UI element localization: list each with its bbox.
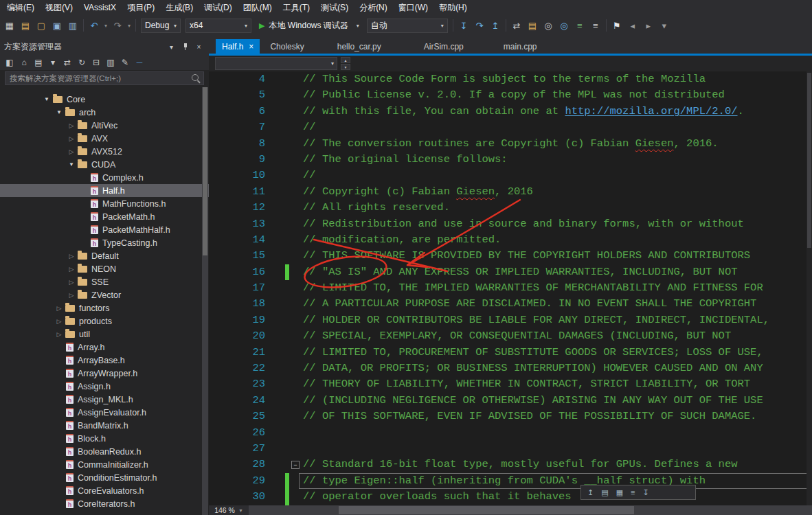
comment-selection-icon[interactable]: ≡ <box>572 18 587 33</box>
switch-views-icon[interactable]: ▤ <box>32 56 45 69</box>
properties-icon[interactable]: ✎ <box>118 56 132 69</box>
popup-down-icon[interactable]: ↧ <box>642 488 649 497</box>
inline-toolbar-popup[interactable]: ↥▤▦≡↧ <box>580 485 696 500</box>
tab-main-cpp[interactable]: main.cpp <box>497 39 543 54</box>
tree-scrollbar[interactable] <box>202 87 208 515</box>
search-input[interactable] <box>5 71 204 85</box>
tree-item-bandmatrix-h[interactable]: hBandMatrix.h <box>0 419 209 432</box>
popup-docs-icon[interactable]: ▦ <box>616 488 623 497</box>
back-icon[interactable]: ◧ <box>3 56 16 69</box>
tree-expander-icon[interactable]: ▷ <box>66 266 77 273</box>
step-over-icon[interactable]: ↷ <box>472 18 487 33</box>
solution-platform-combo[interactable]: x64▾ <box>185 19 251 33</box>
tree-item-commainitializer-h[interactable]: hCommaInitializer.h <box>0 458 209 471</box>
tree-item-neon[interactable]: ▷NEON <box>0 262 209 275</box>
tree-item-avx512[interactable]: ▷AVX512 <box>0 145 209 158</box>
menu-item-v[interactable]: 视图(V) <box>40 0 78 16</box>
solution-tree[interactable]: ▼Core▼arch▷AltiVec▷AVX▷AVX512▼CUDAhCompl… <box>0 87 209 515</box>
tree-expander-icon[interactable]: ▷ <box>66 135 77 142</box>
solution-config-combo[interactable]: Debug▾ <box>141 19 181 33</box>
tree-expander-icon[interactable]: ▼ <box>66 161 77 168</box>
editor-vertical-scrollbar[interactable] <box>807 71 812 505</box>
menu-item-m[interactable]: 团队(M) <box>238 0 278 16</box>
refresh-icon[interactable]: ↻ <box>75 56 89 69</box>
tree-item-mathfunctions-h[interactable]: hMathFunctions.h <box>0 197 209 210</box>
popup-doc-icon[interactable]: ▤ <box>601 488 608 497</box>
show-all-files-icon[interactable]: ▥ <box>104 56 117 69</box>
tree-item-half-h[interactable]: hHalf.h <box>0 184 209 197</box>
tree-expander-icon[interactable]: ▷ <box>54 318 65 325</box>
pin-icon[interactable] <box>179 41 191 52</box>
tree-item-cuda[interactable]: ▼CUDA <box>0 158 209 171</box>
undo-icon[interactable]: ↶ <box>87 18 102 33</box>
spinner-down-button[interactable]: ▼ <box>341 64 350 70</box>
tree-scrollbar-thumb[interactable] <box>203 87 207 255</box>
tree-item-assign-mkl-h[interactable]: hAssign_MKL.h <box>0 393 209 406</box>
tree-item-packetmath-h[interactable]: hPacketMath.h <box>0 210 209 223</box>
tree-item-util[interactable]: ▷util <box>0 328 209 341</box>
editor-horizontal-scrollbar-thumb[interactable] <box>339 506 634 514</box>
editor-vertical-scrollbar-thumb[interactable] <box>807 73 811 248</box>
tree-item-typecasting-h[interactable]: hTypeCasting.h <box>0 236 209 249</box>
menu-item-w[interactable]: 窗口(W) <box>393 0 433 16</box>
list-members-icon[interactable]: ▤ <box>525 18 540 33</box>
tree-item-arch[interactable]: ▼arch <box>0 106 209 119</box>
tree-item-core[interactable]: ▼Core <box>0 93 209 106</box>
redo-icon[interactable]: ↷ <box>110 18 125 33</box>
menu-item-e[interactable]: 编辑(E) <box>1 0 40 16</box>
undo-dropdown-icon[interactable]: ▾ <box>102 23 109 29</box>
tree-expander-icon[interactable]: ▷ <box>66 279 77 286</box>
tree-item-complex-h[interactable]: hComplex.h <box>0 171 209 184</box>
tree-item-products[interactable]: ▷products <box>0 314 209 328</box>
save-icon[interactable]: ▣ <box>49 18 65 33</box>
tree-expander-icon[interactable]: ▷ <box>54 305 65 312</box>
tree-expander-icon[interactable]: ▼ <box>54 109 65 115</box>
step-out-icon[interactable]: ↥ <box>488 18 503 33</box>
new-file-icon[interactable]: ▤ <box>18 18 33 33</box>
menu-item-b[interactable]: 生成(B) <box>160 0 199 16</box>
save-all-icon[interactable]: ▥ <box>65 18 80 33</box>
scope-dropdown[interactable]: ▾ <box>215 57 337 70</box>
close-icon[interactable]: × <box>193 41 205 52</box>
collapse-all-icon[interactable]: ⊟ <box>89 56 103 69</box>
close-icon[interactable]: × <box>249 43 253 51</box>
quick-replace-icon[interactable]: ◎ <box>556 18 572 33</box>
popup-up-icon[interactable]: ↥ <box>587 488 594 497</box>
tree-item-zvector[interactable]: ▷ZVector <box>0 288 209 301</box>
menu-item-n[interactable]: 分析(N) <box>354 0 393 16</box>
tree-expander-icon[interactable]: ▷ <box>66 148 77 155</box>
menu-item-t[interactable]: 工具(T) <box>278 0 315 16</box>
flag-icon[interactable]: ⚑ <box>609 18 624 33</box>
next-bookmark-icon[interactable]: ▸ <box>641 18 656 33</box>
tree-item-assignevaluator-h[interactable]: hAssignEvaluator.h <box>0 406 209 419</box>
home-icon[interactable]: ⌂ <box>17 56 31 69</box>
find-in-files-icon[interactable]: ◎ <box>541 18 556 33</box>
tab-airsim-cpp[interactable]: AirSim.cpp <box>418 39 470 54</box>
previous-bookmark-icon[interactable]: ◂ <box>625 18 640 33</box>
tree-item-coreiterators-h[interactable]: hCoreIterators.h <box>0 497 209 510</box>
menu-item-d[interactable]: 调试(D) <box>199 0 238 16</box>
menu-item-p[interactable]: 项目(P) <box>122 0 160 16</box>
start-debugger-button[interactable]: ▶本地 Windows 调试器▾ <box>254 18 364 33</box>
tree-item-avx[interactable]: ▷AVX <box>0 132 209 145</box>
switch-views-dropdown-icon[interactable]: ▾ <box>46 56 60 69</box>
tree-item-altivec[interactable]: ▷AltiVec <box>0 119 209 132</box>
debug-target-combo[interactable]: 自动▾ <box>367 19 448 33</box>
sync-document-icon[interactable]: ⇄ <box>509 18 524 33</box>
tree-expander-icon[interactable]: ▷ <box>54 331 65 338</box>
preview-selected-items-icon[interactable]: ─ <box>133 56 146 69</box>
window-switch-icon[interactable]: ▦ <box>2 18 17 33</box>
tree-expander-icon[interactable]: ▷ <box>66 292 77 299</box>
uncomment-selection-icon[interactable]: ≡ <box>588 18 603 33</box>
hyperlink[interactable]: http://mozilla.org/MPL/2.0/ <box>565 105 737 117</box>
menu-item-s[interactable]: 测试(S) <box>315 0 354 16</box>
tree-item-packetmathhalf-h[interactable]: hPacketMathHalf.h <box>0 223 209 236</box>
zoom-control[interactable]: 146 % ▼ <box>209 505 249 515</box>
tree-item-booleanredux-h[interactable]: hBooleanRedux.h <box>0 445 209 458</box>
tree-item-functors[interactable]: ▷functors <box>0 301 209 314</box>
code-area[interactable]: 4// This Source Code Form is subject to … <box>209 71 812 505</box>
toolbar-options-icon[interactable]: ▾ <box>657 18 672 33</box>
sync-with-active-document-icon[interactable]: ⇄ <box>60 56 74 69</box>
tree-item-assign-h[interactable]: hAssign.h <box>0 380 209 393</box>
tab-hello-car-py[interactable]: hello_car.py <box>331 39 387 54</box>
